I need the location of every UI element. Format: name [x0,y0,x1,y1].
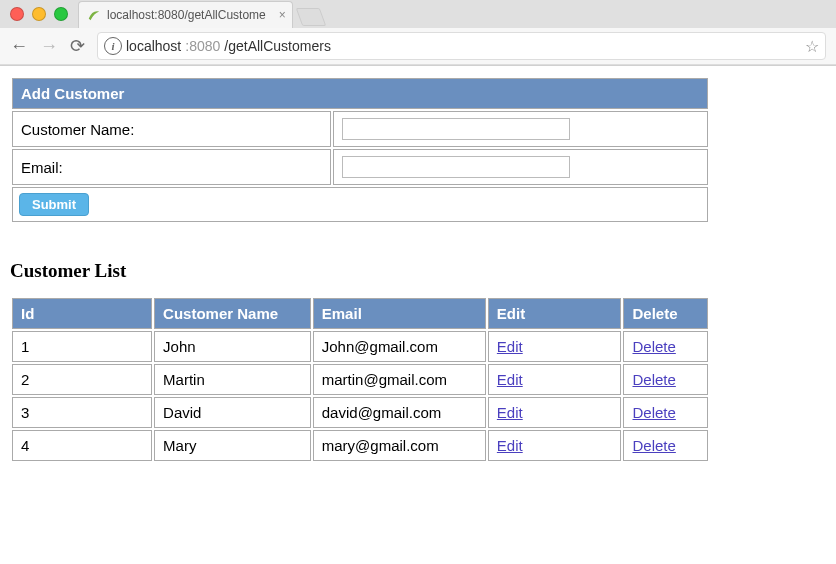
cell-email: John@gmail.com [313,331,486,362]
cell-delete: Delete [623,331,708,362]
new-tab-button[interactable] [295,8,326,26]
back-button[interactable]: ← [10,36,28,57]
delete-link[interactable]: Delete [632,437,675,454]
col-header-id: Id [12,298,152,329]
page-content: Add Customer Customer Name: Email: Submi… [0,66,836,473]
cell-delete: Delete [623,364,708,395]
col-header-email: Email [313,298,486,329]
delete-link[interactable]: Delete [632,371,675,388]
url-host: localhost [126,38,181,54]
col-header-edit: Edit [488,298,622,329]
reload-button[interactable]: ⟳ [70,35,85,57]
cell-email: mary@gmail.com [313,430,486,461]
minimize-window-button[interactable] [32,7,46,21]
table-row: 2Martinmartin@gmail.comEditDelete [12,364,708,395]
cell-edit: Edit [488,397,622,428]
cell-id: 3 [12,397,152,428]
titlebar: localhost:8080/getAllCustome × [0,0,836,28]
toolbar: ← → ⟳ i localhost:8080/getAllCustomers ☆ [0,28,836,65]
url-port: :8080 [185,38,220,54]
cell-id: 2 [12,364,152,395]
customer-table: Id Customer Name Email Edit Delete 1John… [10,296,710,463]
email-input[interactable] [342,156,570,178]
close-window-button[interactable] [10,7,24,21]
delete-link[interactable]: Delete [632,404,675,421]
cell-edit: Edit [488,331,622,362]
table-row: 4Marymary@gmail.comEditDelete [12,430,708,461]
customer-name-input[interactable] [342,118,570,140]
cell-email: martin@gmail.com [313,364,486,395]
col-header-delete: Delete [623,298,708,329]
form-header: Add Customer [12,78,708,109]
edit-link[interactable]: Edit [497,404,523,421]
submit-button[interactable]: Submit [19,193,89,216]
favicon-icon [87,8,101,22]
col-header-name: Customer Name [154,298,311,329]
browser-chrome: localhost:8080/getAllCustome × ← → ⟳ i l… [0,0,836,66]
edit-link[interactable]: Edit [497,371,523,388]
edit-link[interactable]: Edit [497,437,523,454]
forward-button[interactable]: → [40,36,58,57]
browser-tab[interactable]: localhost:8080/getAllCustome × [78,1,293,28]
cell-edit: Edit [488,430,622,461]
edit-link[interactable]: Edit [497,338,523,355]
maximize-window-button[interactable] [54,7,68,21]
cell-name: David [154,397,311,428]
table-row: 3Daviddavid@gmail.comEditDelete [12,397,708,428]
cell-id: 1 [12,331,152,362]
cell-delete: Delete [623,397,708,428]
add-customer-form: Add Customer Customer Name: Email: Submi… [10,76,710,224]
site-info-icon[interactable]: i [104,37,122,55]
window-controls [0,7,68,21]
delete-link[interactable]: Delete [632,338,675,355]
tab-title: localhost:8080/getAllCustome [107,8,266,22]
bookmark-icon[interactable]: ☆ [805,37,819,56]
cell-name: John [154,331,311,362]
url-path: /getAllCustomers [224,38,331,54]
cell-delete: Delete [623,430,708,461]
address-bar[interactable]: i localhost:8080/getAllCustomers ☆ [97,32,826,60]
customer-name-label: Customer Name: [12,111,331,147]
email-label: Email: [12,149,331,185]
cell-id: 4 [12,430,152,461]
cell-name: Martin [154,364,311,395]
customer-list-title: Customer List [10,260,826,282]
close-tab-icon[interactable]: × [279,8,286,22]
table-row: 1JohnJohn@gmail.comEditDelete [12,331,708,362]
cell-name: Mary [154,430,311,461]
cell-email: david@gmail.com [313,397,486,428]
cell-edit: Edit [488,364,622,395]
